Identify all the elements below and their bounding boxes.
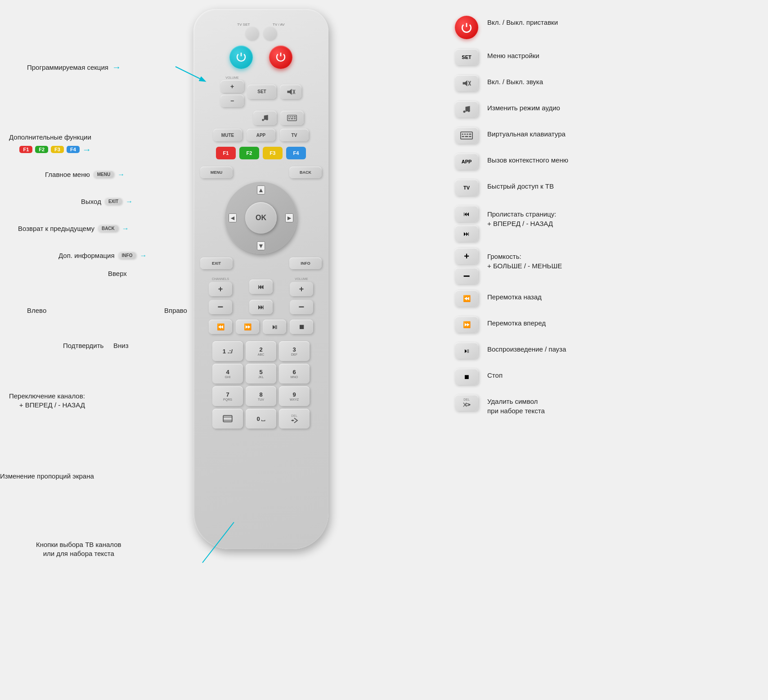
- numpad-text2: или для набора текста: [43, 550, 114, 557]
- f3-button[interactable]: F3: [263, 147, 283, 159]
- menu-button[interactable]: MENU: [200, 167, 233, 178]
- skip-fwd-button[interactable]: ⏭: [249, 300, 273, 314]
- down-text: Вниз: [113, 342, 129, 349]
- power-desc: Вкл. / Выкл. приставки: [487, 16, 558, 27]
- del-button[interactable]: DEL: [279, 409, 310, 429]
- screen-annotation: Изменение пропорций экрана: [0, 472, 94, 481]
- svg-rect-23: [464, 134, 466, 135]
- right-item-power: Вкл. / Выкл. приставки: [453, 16, 759, 39]
- num1-button[interactable]: 1 .:/: [212, 341, 243, 361]
- f4-button[interactable]: F4: [286, 147, 306, 159]
- dpad-left-button[interactable]: ◄: [229, 213, 237, 222]
- main-menu-text: Главное меню: [45, 170, 90, 179]
- vol-plus-button[interactable]: +: [220, 80, 244, 93]
- menu-badge: MENU: [94, 171, 114, 178]
- rewind-desc: Перемотка назад: [487, 290, 542, 302]
- vol-minus-button[interactable]: −: [220, 95, 244, 107]
- app-button[interactable]: APP: [247, 129, 275, 141]
- tv-right-icon: TV: [455, 180, 478, 196]
- fastfwd-button[interactable]: ⏩: [236, 320, 259, 334]
- num7-button[interactable]: 7PQRS: [212, 386, 243, 406]
- right-item-stop: ⏹ Стоп: [453, 369, 759, 385]
- app-desc: Вызов контекстного меню: [487, 154, 568, 165]
- keyboard-icon-wrap: [453, 127, 480, 144]
- f1-badge: F1: [19, 146, 32, 153]
- right-item-del: DEL Удалить символпри наборе текста: [453, 395, 759, 415]
- num6-button[interactable]: 6MNO: [279, 364, 310, 384]
- back-text: Возврат к предыдущему: [18, 224, 94, 233]
- rewind-button[interactable]: ⏪: [209, 320, 232, 334]
- tv-set-label: TV SET: [237, 23, 250, 27]
- num8-button[interactable]: 8TUV: [246, 386, 276, 406]
- power-icon: [455, 16, 478, 39]
- keyboard-button[interactable]: [280, 111, 304, 125]
- power-off-button[interactable]: [269, 45, 292, 69]
- skip-desc: Пролистать страницу:+ ВПЕРЕД / - НАЗАД: [487, 206, 556, 228]
- up-annotation: Вверх: [108, 269, 127, 278]
- tv-icon-wrap: TV: [453, 180, 480, 196]
- info-button[interactable]: INFO: [289, 257, 322, 269]
- music-icon-wrap: [453, 101, 480, 117]
- f1-button[interactable]: F1: [216, 147, 236, 159]
- mute-icon-wrap: [453, 75, 480, 91]
- svg-rect-22: [462, 134, 464, 135]
- music-button[interactable]: [253, 111, 277, 125]
- dpad-up-button[interactable]: ▲: [257, 185, 265, 194]
- ch-minus-button[interactable]: −: [209, 300, 232, 314]
- right-item-playpause: ⏯ Воспроизведение / пауза: [453, 343, 759, 359]
- rewind-icon-wrap: ⏪: [453, 290, 480, 307]
- fastfwd-right-icon: ⏩: [455, 316, 478, 333]
- num5-button[interactable]: 5JKL: [246, 364, 276, 384]
- f2-badge: F2: [35, 146, 48, 153]
- svg-rect-7: [290, 117, 292, 117]
- right-item-keyboard: Виртуальная клавиатура: [453, 127, 759, 144]
- ch-plus-button[interactable]: +: [209, 282, 232, 296]
- ok-annotation: Подтвердить: [63, 341, 103, 350]
- exit-button[interactable]: EXIT: [200, 257, 233, 269]
- power-icon-wrap: [453, 16, 480, 39]
- back-annotation: Возврат к предыдущему BACK →: [18, 224, 129, 233]
- mute-button[interactable]: [280, 85, 301, 99]
- num2-button[interactable]: 2ABC: [246, 341, 276, 361]
- set-button[interactable]: SET: [247, 85, 276, 99]
- right-item-app: APP Вызов контекстного меню: [453, 154, 759, 170]
- set-icon: SET: [455, 49, 478, 65]
- svg-marker-0: [287, 89, 292, 95]
- rewind-right-icon: ⏪: [455, 290, 478, 307]
- ok-button[interactable]: OK: [245, 202, 277, 234]
- num3-button[interactable]: 3DEF: [279, 341, 310, 361]
- numpad: 1 .:/ 2ABC 3DEF 4GHI 5JKL 6MNO 7PQRS 8TU…: [212, 341, 310, 429]
- vol-minus-button2[interactable]: −: [290, 300, 313, 314]
- dpad-right-button[interactable]: ►: [285, 213, 293, 222]
- stop-icon-wrap: ⏹: [453, 369, 480, 385]
- vol-plus-button2[interactable]: +: [290, 282, 313, 296]
- dpad-down-button[interactable]: ▼: [257, 241, 265, 250]
- svg-rect-12: [294, 118, 296, 119]
- f2-button[interactable]: F2: [239, 147, 259, 159]
- playpause-desc: Воспроизведение / пауза: [487, 343, 566, 354]
- ch-switch-text: Переключение каналов:: [9, 392, 85, 400]
- right-item-set: SET Меню настройки: [453, 49, 759, 65]
- svg-point-4: [266, 118, 268, 121]
- set-icon-wrap: SET: [453, 49, 480, 65]
- back-button[interactable]: BACK: [289, 167, 322, 178]
- power-on-button[interactable]: [229, 45, 253, 69]
- num9-button[interactable]: 9WXYZ: [279, 386, 310, 406]
- vol-minus-icon: −: [455, 268, 478, 284]
- mute-label-button[interactable]: MUTE: [213, 129, 242, 141]
- tv-button[interactable]: TV: [280, 129, 309, 141]
- num0-button[interactable]: 0 ⎵: [246, 409, 276, 429]
- skip-back-button[interactable]: ⏮: [249, 280, 273, 294]
- tv-desc: Быстрый доступ к ТВ: [487, 180, 554, 191]
- svg-point-20: [468, 110, 470, 112]
- numpad-text: Кнопки выбора ТВ каналов: [36, 541, 121, 548]
- playpause-button[interactable]: ⏯: [263, 320, 286, 334]
- num4-button[interactable]: 4GHI: [212, 364, 243, 384]
- stop-button[interactable]: ⏹: [290, 320, 313, 334]
- svg-rect-25: [469, 134, 471, 135]
- svg-rect-5: [287, 115, 297, 121]
- screen-button[interactable]: [212, 409, 243, 429]
- ok-text: Подтвердить: [63, 342, 103, 349]
- svg-point-3: [262, 119, 264, 121]
- app-right-icon: APP: [455, 154, 478, 170]
